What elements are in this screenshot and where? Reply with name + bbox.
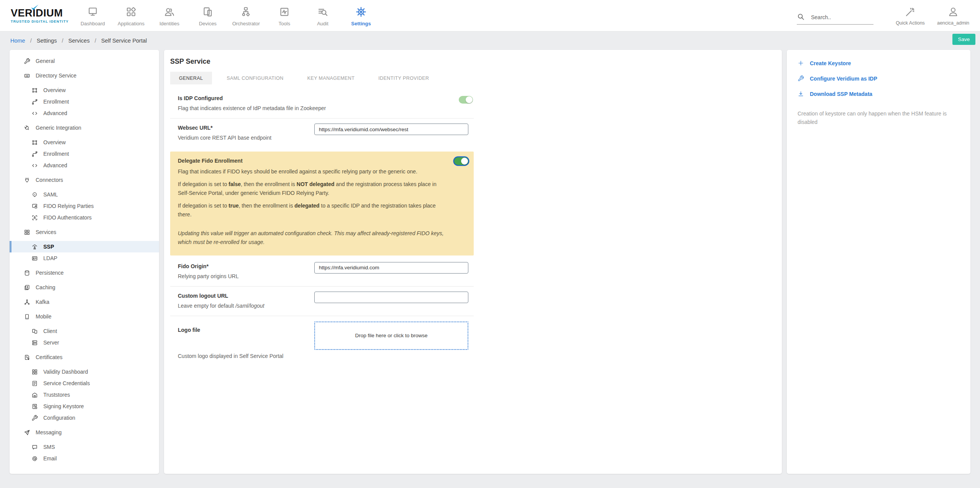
keystore-hsm-note: Creation of keystore can only happen whe… — [798, 109, 959, 127]
delegate-fido-toggle[interactable] — [454, 157, 468, 165]
breadcrumb-row: Home / Settings / Services / Self Servic… — [0, 31, 980, 50]
grid-icon — [24, 229, 30, 236]
sidebar-item-label: General — [36, 58, 55, 64]
nav-item-identities[interactable]: Identities — [150, 5, 189, 26]
field-websec-url: Websec URL* Veridium core REST API base … — [170, 119, 474, 148]
sidebar-item-ldap[interactable]: LDAP — [10, 252, 159, 264]
cache-icon — [24, 284, 30, 291]
certificate-icon — [24, 354, 30, 361]
breadcrumb-settings-link[interactable]: Settings — [37, 38, 57, 44]
sidebar-item-fido-relying-parties[interactable]: FIDO Relying Parties — [10, 200, 159, 212]
sidebar-item-saml[interactable]: SAML — [10, 189, 159, 200]
create-keystore-link[interactable]: Create Keystore — [798, 60, 960, 66]
sidebar-item-email[interactable]: Email — [10, 453, 159, 464]
sidebar-item-sms[interactable]: SMS — [10, 441, 159, 453]
brand-tagline: TRUSTED DIGITAL IDENTITY — [11, 20, 68, 23]
sidebar-item-configuration[interactable]: Configuration — [10, 412, 159, 424]
sidebar-item-directory-service[interactable]: Directory Service — [10, 70, 159, 81]
sidebar-item-label: Mobile — [36, 313, 51, 320]
sidebar-item-truststores[interactable]: Truststores — [10, 389, 159, 401]
devices-icon — [202, 6, 213, 18]
sidebar-item-mobile-server[interactable]: Server — [10, 337, 159, 348]
breadcrumb-home-link[interactable]: Home — [10, 38, 25, 44]
settings-sidebar: General Directory Service Overview Enrol… — [10, 50, 159, 474]
sidebar-item-gi-advanced[interactable]: Advanced — [10, 160, 159, 171]
sms-icon — [31, 444, 38, 450]
search-input[interactable] — [810, 14, 868, 21]
plug-icon — [24, 177, 30, 183]
sidebar-item-certificates[interactable]: Certificates — [10, 351, 159, 363]
field-is-idp-configured: Is IDP Configured Flag that indicates ex… — [170, 89, 474, 118]
sidebar-item-persistence[interactable]: Persistence — [10, 267, 159, 279]
sidebar-item-ds-advanced[interactable]: Advanced — [10, 107, 159, 119]
search-icon[interactable] — [797, 13, 805, 21]
field-label: Is IDP Configured — [178, 95, 474, 101]
field-description: Veridium core REST API base endpoint — [178, 135, 474, 141]
sidebar-item-gi-enrollment[interactable]: Enrollment — [10, 148, 159, 160]
active-directory-icon — [24, 73, 30, 79]
page-title: SSP Service — [170, 58, 782, 66]
tab-label: KEY MANAGEMENT — [307, 76, 355, 81]
sidebar-item-mobile-client[interactable]: Client — [10, 325, 159, 337]
sidebar-item-label: Configuration — [43, 415, 75, 421]
nav-item-dashboard[interactable]: Dashboard — [74, 5, 112, 26]
sidebar-item-label: Kafka — [36, 299, 49, 305]
sidebar-item-generic-integration[interactable]: Generic Integration — [10, 122, 159, 134]
sidebar-item-services[interactable]: Services — [10, 226, 159, 238]
quick-actions-button[interactable]: Quick Actions — [889, 6, 932, 26]
sidebar-item-label: SMS — [43, 444, 55, 450]
app-root: { "topnav": { "logo": { "brand": "VERIDI… — [0, 0, 980, 488]
sidebar-item-label: Advanced — [43, 110, 67, 116]
nav-item-tools[interactable]: Tools — [265, 5, 304, 26]
user-menu[interactable]: aencica_admin — [932, 6, 975, 26]
flowchart-icon — [240, 6, 252, 18]
configure-veridium-idp-link[interactable]: Configure Veridium as IDP — [798, 75, 960, 82]
sidebar-item-fido-authenticators[interactable]: FIDO Authenticators — [10, 212, 159, 223]
topbar-right: Quick Actions aencica_admin — [797, 0, 975, 31]
database-icon — [24, 270, 30, 276]
download-icon — [798, 91, 804, 97]
sidebar-item-validity-dashboard[interactable]: Validity Dashboard — [10, 366, 159, 378]
sidebar-item-gi-overview[interactable]: Overview — [10, 137, 159, 148]
logo-file-dropzone[interactable]: Drop file here or click to browse — [314, 321, 468, 350]
sidebar-item-caching[interactable]: Caching — [10, 282, 159, 293]
tab-key-management[interactable]: KEY MANAGEMENT — [299, 72, 363, 84]
sidebar-item-ssp[interactable]: SSP — [10, 241, 159, 252]
code-icon — [31, 110, 38, 117]
tab-general[interactable]: GENERAL — [170, 72, 212, 84]
save-button[interactable]: Save — [952, 34, 975, 45]
breadcrumb-services-link[interactable]: Services — [68, 38, 90, 44]
veridium-logo[interactable]: VERIDIUM TRUSTED DIGITAL IDENTITY — [11, 8, 68, 23]
main-nav: Dashboard Applications Identities Device… — [74, 5, 380, 26]
sidebar-item-mobile[interactable]: Mobile — [10, 311, 159, 322]
sidebar-item-general[interactable]: General — [10, 55, 159, 67]
sidebar-item-signing-keystore[interactable]: Signing Keystore — [10, 401, 159, 412]
search-box — [797, 13, 873, 25]
sidebar-item-ds-overview[interactable]: Overview — [10, 84, 159, 96]
nav-item-applications[interactable]: Applications — [112, 5, 150, 26]
sidebar-item-ds-enrollment[interactable]: Enrollment — [10, 96, 159, 107]
nav-item-audit[interactable]: Audit — [304, 5, 342, 26]
nav-item-devices[interactable]: Devices — [189, 5, 227, 26]
saml-icon — [31, 191, 38, 198]
tab-saml-configuration[interactable]: SAML CONFIGURATION — [218, 72, 292, 84]
nav-item-label: Audit — [317, 21, 328, 26]
download-ssp-metadata-link[interactable]: Download SSP Metadata — [798, 91, 960, 97]
custom-logout-url-input[interactable] — [314, 292, 468, 303]
sidebar-item-connectors[interactable]: Connectors — [10, 174, 159, 186]
nav-item-orchestrator[interactable]: Orchestrator — [227, 5, 265, 26]
plus-icon — [798, 60, 804, 66]
nav-item-label: Tools — [279, 21, 290, 26]
sidebar-item-messaging[interactable]: Messaging — [10, 427, 159, 438]
field-description: Leave empty for default /saml/logout — [178, 303, 474, 309]
sidebar-item-label: Connectors — [36, 177, 63, 183]
fido-origin-input[interactable] — [314, 262, 468, 274]
breadcrumb: Home / Settings / Services / Self Servic… — [10, 38, 147, 44]
actions-panel: Create Keystore Configure Veridium as ID… — [787, 50, 970, 474]
sidebar-item-kafka[interactable]: Kafka — [10, 296, 159, 308]
tab-identity-provider[interactable]: IDENTITY PROVIDER — [369, 72, 438, 84]
sidebar-item-service-credentials[interactable]: Service Credentials — [10, 378, 159, 389]
nav-item-settings[interactable]: Settings — [342, 5, 380, 26]
is-idp-configured-toggle[interactable] — [459, 96, 473, 104]
websec-url-input[interactable] — [314, 124, 468, 135]
